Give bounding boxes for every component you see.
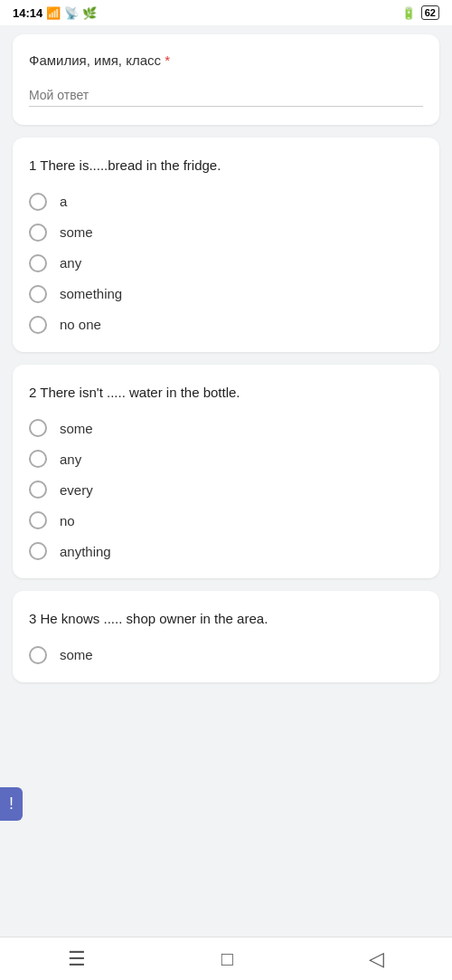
option-label: some [60,224,93,240]
option-label: a [60,194,67,209]
list-item[interactable]: no one [29,316,423,334]
menu-icon[interactable]: ☰ [68,947,86,971]
status-right: 🔋 62 [401,5,439,20]
option-label: some [60,647,93,662]
wifi-icon: 📡 [64,6,79,20]
radio-any[interactable] [29,254,47,272]
list-item[interactable]: no [29,511,423,529]
radio-some[interactable] [29,224,47,242]
list-item[interactable]: some [29,224,423,242]
status-bar: 14:14 📶 📡 🌿 🔋 62 [0,0,452,25]
list-item[interactable]: some [29,646,423,664]
required-marker: * [165,52,170,68]
radio-something[interactable] [29,285,47,303]
name-input[interactable] [29,84,423,107]
question-3-text: 3 He knows ..... shop owner in the area. [29,609,423,630]
radio-anything[interactable] [29,542,47,560]
home-icon[interactable]: □ [221,947,233,971]
list-item[interactable]: something [29,285,423,303]
data-icon: 🌿 [82,6,97,20]
radio-no[interactable] [29,511,47,529]
option-label: no [60,513,75,528]
question-card-2: 2 There isn't ..... water in the bottle.… [13,365,439,579]
status-left: 14:14 📶 📡 🌿 [13,6,97,20]
list-item[interactable]: any [29,254,423,272]
option-label: no one [60,317,101,332]
radio-any-2[interactable] [29,450,47,468]
name-card-label: Фамилия, имя, класс * [29,52,423,68]
option-label: anything [60,544,111,559]
list-item[interactable]: anything [29,542,423,560]
radio-a[interactable] [29,193,47,211]
question-2-options: some any every no anything [29,419,423,560]
question-3-options: some [29,646,423,664]
question-1-text: 1 There is.....bread in the fridge. [29,156,423,176]
option-label: every [60,482,93,498]
main-content: Фамилия, имя, класс * 1 There is.....bre… [0,25,452,691]
option-label: some [60,421,93,436]
name-card: Фамилия, имя, класс * [13,34,439,125]
battery-level: 62 [421,5,439,20]
signal-icon: 📶 [46,6,61,20]
battery-shape-icon: 🔋 [401,6,416,20]
time: 14:14 [13,6,42,20]
question-1-options: a some any something no one [29,193,423,334]
radio-some-2[interactable] [29,419,47,437]
question-card-1: 1 There is.....bread in the fridge. a so… [13,138,439,352]
question-2-text: 2 There isn't ..... water in the bottle. [29,383,423,404]
feedback-button[interactable]: ! [0,787,23,821]
option-label: any [60,255,81,271]
option-label: something [60,286,122,301]
list-item[interactable]: any [29,450,423,468]
radio-every[interactable] [29,480,47,499]
radio-noone[interactable] [29,316,47,334]
option-label: any [60,452,81,467]
bottom-nav: ☰ □ ◁ [0,937,452,980]
feedback-icon: ! [9,794,14,813]
list-item[interactable]: some [29,419,423,437]
radio-some-3[interactable] [29,646,47,664]
question-card-3: 3 He knows ..... shop owner in the area.… [13,591,439,682]
list-item[interactable]: a [29,193,423,211]
back-icon[interactable]: ◁ [369,947,384,971]
list-item[interactable]: every [29,480,423,499]
